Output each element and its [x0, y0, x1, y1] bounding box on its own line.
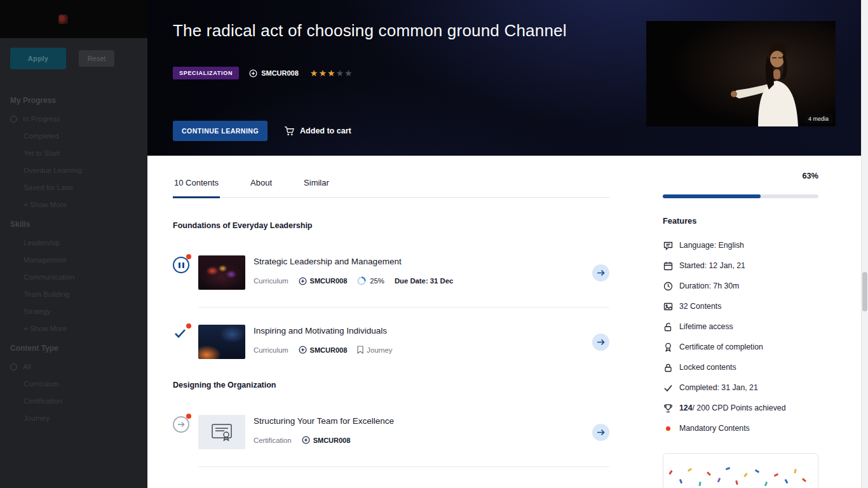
dimmed-filter-sidebar: Apply Reset My Progress In Progress Comp… [0, 0, 147, 488]
arrow-right-icon [597, 269, 605, 276]
filter-group-skills: Skills Leadership Management Communicati… [10, 220, 137, 332]
filter-option-label: Curriculum [24, 380, 59, 388]
reset-filters-button[interactable]: Reset [79, 50, 114, 67]
rosette-icon [663, 342, 673, 352]
notification-dot [186, 414, 191, 419]
filter-option-label: In Progress [23, 115, 60, 123]
section-heading: Foundations of Everyday Leadership [173, 221, 609, 230]
features-panel: Features Language: English Started: 12 J… [663, 216, 822, 444]
content-code: SMCUR008 [299, 277, 348, 285]
filter-option[interactable]: Certification [10, 397, 137, 405]
content-type-label: Curriculum [254, 346, 288, 354]
added-to-cart-link[interactable]: Added to cart [284, 126, 351, 136]
bookmark-icon [357, 346, 363, 354]
progress-percent: 63% [663, 171, 818, 180]
feature-text: Language: English [679, 241, 744, 250]
clock-icon [663, 281, 673, 291]
confetti-piece [764, 482, 768, 487]
tab-similar[interactable]: Similar [302, 170, 330, 197]
celebration-card [663, 453, 818, 488]
confetti-piece [784, 479, 788, 484]
content-thumbnail[interactable] [198, 255, 245, 290]
filter-option[interactable]: Journey [10, 414, 137, 422]
divider [198, 466, 609, 467]
show-more-link[interactable]: + Show More [10, 201, 137, 208]
feature-completed: Completed: 31 Jan, 21 [663, 383, 822, 393]
feature-contents: 32 Contents [663, 301, 822, 311]
compass-icon [249, 69, 257, 78]
content-thumbnail[interactable] [198, 415, 245, 449]
confetti-piece [774, 473, 779, 477]
status-completed-icon [173, 325, 198, 359]
confetti-piece [735, 480, 738, 485]
open-content-button[interactable] [592, 334, 609, 351]
filter-option-label: Leadership [24, 239, 60, 247]
added-to-cart-label: Added to cart [300, 126, 351, 135]
continue-learning-button[interactable]: CONTINUE LEARNING [173, 121, 268, 141]
content-meta: Certification SMCUR008 [254, 436, 592, 444]
filter-option[interactable]: Management [10, 256, 137, 264]
filter-option-label: Strategy [24, 308, 51, 315]
content-thumbnail[interactable] [198, 325, 245, 359]
divider [198, 307, 609, 308]
hero-meta-row: SPECIALIZATION SMCUR008 ★★★★★ [173, 67, 353, 79]
feature-cpd-points: 124/ 200 CPD Points achieved [663, 403, 822, 413]
progress-bar-fill [663, 194, 761, 198]
compass-icon [299, 346, 307, 354]
show-more-link[interactable]: + Show More [10, 325, 137, 332]
filter-option[interactable]: All [10, 363, 137, 370]
filter-option[interactable]: Strategy [10, 308, 137, 315]
feature-text: Locked contents [679, 363, 736, 372]
radio-icon [10, 363, 17, 370]
calendar-icon [663, 261, 673, 271]
channel-code-text: SMCUR008 [261, 69, 299, 77]
filter-option[interactable]: Overdue Learning [10, 166, 137, 174]
tab-about[interactable]: About [249, 170, 273, 197]
video-thumbnail[interactable]: 4 media [646, 21, 836, 126]
feature-started: Started: 12 Jan, 21 [663, 261, 822, 271]
filter-option[interactable]: Communication [10, 273, 137, 281]
content-item: Inspiring and Motivating Individuals Cur… [173, 325, 609, 359]
arrow-right-icon [597, 339, 605, 346]
filter-option[interactable]: Yet to Start [10, 149, 137, 157]
content-title[interactable]: Structuring Your Team for Excellence [254, 416, 592, 426]
filter-group-heading: Content Type [10, 344, 137, 353]
confetti-piece [707, 471, 711, 476]
filter-option-label: Yet to Start [24, 149, 59, 157]
scrollbar-thumb[interactable] [862, 272, 867, 311]
status-paused-icon [173, 255, 198, 290]
scrollbar-track[interactable] [861, 0, 868, 488]
feature-locked: Locked contents [663, 362, 822, 372]
filter-option[interactable]: In Progress [10, 115, 137, 123]
filter-option-label: Communication [24, 273, 74, 281]
tab-contents[interactable]: 10 Contents [173, 170, 220, 197]
apply-filters-button[interactable]: Apply [10, 48, 66, 69]
feature-text: Certificate of completion [679, 342, 763, 351]
progress-bar [663, 194, 818, 198]
language-icon [663, 240, 673, 250]
notification-dot [186, 254, 191, 259]
cpd-achieved: 124 [679, 403, 693, 412]
radio-icon [10, 116, 17, 123]
confetti-piece [668, 470, 672, 475]
filter-option[interactable]: Saved for Later [10, 184, 137, 191]
pause-icon [173, 257, 189, 273]
confetti-piece [743, 473, 748, 477]
feature-text: Mandatory Contents [679, 424, 750, 433]
content-code-text: SMCUR008 [313, 437, 351, 444]
filter-group-progress: My Progress In Progress Completed Yet to… [10, 96, 137, 208]
filter-group-heading: My Progress [10, 96, 137, 105]
stars-filled: ★★★ [310, 68, 336, 78]
open-content-button[interactable] [592, 424, 609, 441]
content-body: Inspiring and Motivating Individuals Cur… [254, 325, 592, 359]
content-title[interactable]: Inspiring and Motivating Individuals [254, 326, 592, 336]
filter-option[interactable]: Completed [10, 132, 137, 140]
content-title[interactable]: Strategic Leadership and Management [254, 257, 592, 266]
specialization-badge: SPECIALIZATION [173, 67, 239, 79]
filter-option[interactable]: Leadership [10, 239, 137, 247]
filter-option[interactable]: Team Building [10, 290, 137, 298]
filter-option-label: Certification [24, 397, 62, 405]
filter-option[interactable]: Curriculum [10, 380, 137, 388]
arrow-right-icon [597, 429, 605, 436]
open-content-button[interactable] [592, 264, 609, 281]
